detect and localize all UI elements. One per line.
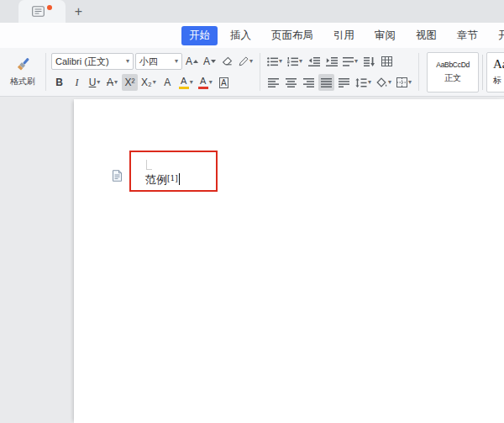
format-painter-icon (14, 57, 31, 73)
format-painter-button[interactable]: 格式刷 (3, 50, 42, 93)
text-layout-icon (343, 57, 354, 66)
document-area: 范例[1] (0, 97, 504, 423)
divider (45, 53, 46, 91)
letter-a: A (203, 56, 210, 66)
chinese-layout-button[interactable]: ▾ (341, 53, 360, 70)
borders-icon (396, 77, 407, 87)
font-color-swatch (198, 87, 208, 89)
character-border-icon: A (219, 77, 228, 88)
increase-font-size-button[interactable]: A (184, 53, 200, 70)
align-left-button[interactable] (265, 74, 281, 91)
sort-button[interactable] (361, 53, 377, 70)
document-tab-icon (32, 6, 45, 17)
ribbon-tab-home[interactable]: 开始 (181, 26, 218, 45)
ribbon-tab-view[interactable]: 视图 (408, 26, 444, 45)
decrease-indent-button[interactable] (306, 53, 322, 70)
divider (418, 53, 419, 91)
chevron-down-icon: ▾ (299, 58, 302, 65)
style-gallery: AaBbCcDd 正文 Aa 标 (423, 50, 504, 93)
letter-u: U (89, 77, 97, 87)
letter-a: A (186, 56, 192, 66)
footnote-reference[interactable]: [1] (167, 174, 178, 182)
chevron-down-icon: ▾ (190, 79, 193, 86)
chevron-down-icon: ▾ (279, 58, 282, 65)
bullet-list-icon (267, 57, 278, 66)
style-sample: Aa (493, 57, 504, 71)
divider (260, 53, 260, 91)
line-spacing-button[interactable]: ▾ (354, 74, 373, 91)
insert-table-button[interactable] (379, 53, 395, 70)
unsaved-indicator-dot (47, 5, 52, 10)
chevron-down-icon: ▾ (388, 79, 391, 86)
underline-button[interactable]: U ▾ (87, 74, 102, 91)
chevron-down-icon: ▾ (354, 58, 358, 65)
font-color-icon: A (198, 77, 208, 89)
align-right-icon (303, 78, 314, 87)
decrease-font-size-button[interactable]: A (202, 53, 218, 70)
line-spacing-icon (355, 78, 367, 87)
align-left-icon (268, 78, 279, 87)
eraser-icon (222, 56, 233, 66)
font-size-value: 小四 (139, 56, 158, 68)
distribute-icon (339, 78, 349, 87)
chevron-down-icon: ▾ (408, 79, 412, 86)
document-tab[interactable] (18, 0, 66, 23)
chevron-down-icon: ▾ (97, 79, 100, 86)
subscript-button[interactable]: X₂ ▾ (139, 74, 158, 91)
margin-revision-marker-icon[interactable] (112, 170, 123, 182)
text-effect-button[interactable]: A (160, 74, 176, 91)
font-name-select[interactable]: Calibri (正文) ▾ (51, 53, 134, 70)
font-group: Calibri (正文) ▾ 小四 ▾ A A (50, 50, 256, 93)
chevron-down-icon: ▾ (175, 58, 178, 65)
document-text-run: 范例 (145, 173, 167, 186)
document-text[interactable]: 范例[1] (145, 172, 180, 187)
shading-button[interactable]: ▾ (375, 74, 393, 91)
superscript-button[interactable]: X² (122, 74, 138, 91)
chevron-down-icon: ▾ (209, 79, 213, 86)
ribbon-tab-page-layout[interactable]: 页面布局 (264, 26, 321, 45)
font-name-value: Calibri (正文) (55, 56, 109, 68)
highlight-color-button[interactable]: A ▾ (177, 74, 195, 91)
strikethrough-button[interactable]: A ▾ (104, 74, 120, 91)
highlight-icon: A (179, 77, 189, 89)
shading-bucket-icon (376, 77, 387, 87)
ribbon-tab-section[interactable]: 章节 (449, 26, 486, 45)
chevron-down-icon: ▾ (153, 79, 156, 86)
highlight-color-swatch (179, 87, 189, 89)
bold-button[interactable]: B (51, 74, 67, 91)
character-border-button[interactable]: A (216, 74, 232, 91)
style-item-body-text[interactable]: AaBbCcDd 正文 (427, 52, 479, 93)
caret-down-icon (211, 60, 216, 63)
borders-button[interactable]: ▾ (395, 74, 413, 91)
table-icon (381, 56, 392, 66)
italic-button[interactable]: I (69, 74, 85, 91)
chevron-down-icon: ▾ (114, 79, 118, 86)
text-cursor (179, 173, 181, 185)
align-center-button[interactable] (283, 74, 299, 91)
style-sample: AaBbCcDd (436, 61, 470, 69)
chevron-down-icon: ▾ (126, 58, 129, 65)
letter-x: X₂ (141, 77, 152, 87)
divider (482, 55, 483, 90)
ribbon-tab-insert[interactable]: 插入 (223, 26, 259, 45)
text-tools-button[interactable]: ▾ (237, 53, 255, 70)
font-color-button[interactable]: A ▾ (197, 74, 214, 91)
numbered-list-button[interactable]: ▾ (286, 53, 304, 70)
decrease-indent-icon (308, 57, 320, 66)
style-name: 正文 (444, 72, 461, 84)
clear-formatting-button[interactable] (219, 53, 235, 70)
bullet-list-button[interactable]: ▾ (265, 53, 284, 70)
format-painter-label: 格式刷 (10, 76, 35, 87)
style-item-heading-clipped[interactable]: Aa 标 (486, 52, 504, 93)
ribbon-tab-review[interactable]: 审阅 (367, 26, 403, 45)
ribbon-tab-developer-clipped[interactable]: 开 (491, 26, 504, 45)
document-page[interactable]: 范例[1] (74, 99, 504, 423)
new-tab-button[interactable]: + (71, 3, 87, 19)
increase-indent-button[interactable] (323, 53, 339, 70)
ribbon-tab-references[interactable]: 引用 (326, 26, 362, 45)
align-right-button[interactable] (301, 74, 317, 91)
justify-button[interactable] (318, 74, 334, 91)
distribute-button[interactable] (336, 74, 352, 91)
caret-up-icon (193, 60, 198, 63)
font-size-select[interactable]: 小四 ▾ (135, 53, 182, 70)
